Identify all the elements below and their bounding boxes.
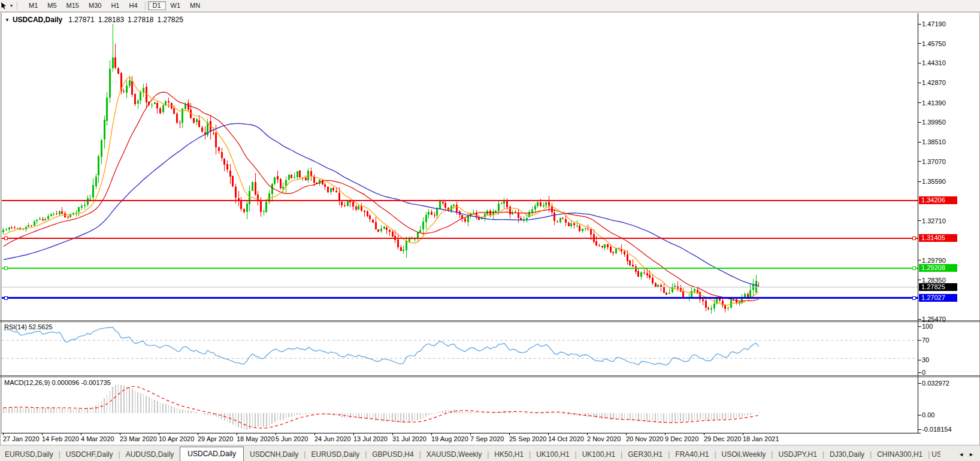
- toolbar-separator: [145, 2, 146, 10]
- rsi-panel-splitter[interactable]: [0, 319, 980, 323]
- tab-scroll-left-icon[interactable]: ◄: [958, 451, 964, 457]
- symbol-period-label: USDCAD,Daily: [13, 16, 62, 24]
- chart-tab-audusd-daily[interactable]: AUDUSD,Daily: [121, 448, 179, 461]
- chart-tab-usdcad-daily[interactable]: USDCAD,Daily: [180, 447, 244, 461]
- timeframe-toolbar: ▾ M1M5M15M30H1H4D1W1MN: [0, 0, 980, 12]
- tab-scroll-controls: ◄ ►: [956, 451, 980, 461]
- date-tick-label: 13 Jul 2020: [353, 435, 388, 442]
- date-tick-label: 25 Sep 2020: [509, 435, 546, 442]
- price-tick-label: 1.47190: [922, 20, 946, 28]
- low-value: 1.27818: [128, 16, 153, 24]
- timeframe-button-m1[interactable]: M1: [24, 1, 43, 10]
- date-tick-label: 31 Jul 2020: [392, 435, 427, 442]
- price-axis[interactable]: 1.471901.457501.443101.428701.413901.399…: [918, 12, 980, 433]
- chart-canvas[interactable]: [0, 12, 980, 444]
- ohlc-values: 1.278711.281831.278181.27825: [68, 16, 187, 24]
- rsi-indicator-label: RSI(14) 52.5625: [4, 323, 53, 330]
- chart-tab-uk100-h1[interactable]: UK100,H1: [531, 448, 574, 461]
- date-tick-label: 23 Mar 2020: [120, 435, 157, 442]
- macd-tick-label: 0.032972: [922, 380, 949, 387]
- chart-tab-usdchf-daily[interactable]: USDCHF,Daily: [61, 448, 118, 461]
- chart-tab-usoil-weekly[interactable]: USOil,Weekly: [717, 448, 771, 461]
- price-badge-1.29208: 1.29208: [919, 264, 957, 272]
- price-tick-label: 1.42870: [922, 79, 946, 86]
- chart-tab-gbpusd-h4[interactable]: GBPUSD,H4: [367, 448, 418, 461]
- date-tick-label: 29 Dec 2020: [704, 435, 741, 442]
- macd-tick-label: 0.00: [922, 411, 934, 418]
- rsi-tick-label: 70: [922, 336, 929, 344]
- open-value: 1.27871: [68, 16, 94, 24]
- chart-tab-ger30-h1[interactable]: GER30,H1: [623, 448, 667, 461]
- timeframe-button-d1[interactable]: D1: [148, 1, 166, 10]
- price-tick-label: 1.45750: [922, 40, 946, 47]
- crosshair-cursor-icon[interactable]: [0, 1, 10, 10]
- date-tick-label: 5 Jun 2020: [276, 435, 308, 442]
- price-badge-1.27825: 1.27825: [919, 283, 957, 291]
- chart-title: ▼USDCAD,Daily1.278711.281831.278181.2782…: [5, 16, 187, 24]
- timeframe-button-m30[interactable]: M30: [84, 1, 106, 10]
- chart-tab-usdcnh-daily[interactable]: USDCNH,Daily: [245, 448, 303, 461]
- date-tick-label: 27 Jan 2020: [3, 435, 40, 442]
- price-tick-label: 1.41390: [922, 99, 946, 107]
- collapse-triangle-icon[interactable]: ▼: [5, 17, 10, 23]
- date-tick-label: 9 Dec 2020: [665, 435, 698, 442]
- chart-tab-truncated[interactable]: US: [930, 448, 940, 461]
- date-tick-label: 20 Nov 2020: [626, 435, 663, 442]
- chart-tab-uk100-h1[interactable]: UK100,H1: [577, 448, 620, 461]
- price-tick-label: 1.29790: [922, 257, 946, 264]
- rsi-line: [4, 327, 759, 365]
- timeframe-button-mn[interactable]: MN: [185, 1, 205, 10]
- timeframe-button-m15[interactable]: M15: [62, 1, 84, 10]
- price-tick-label: 1.32710: [922, 217, 946, 225]
- price-tick-label: 1.37070: [922, 158, 946, 165]
- price-badge-1.31405: 1.31405: [919, 234, 957, 242]
- chart-tab-dj30-daily[interactable]: DJ30,Daily: [825, 448, 869, 461]
- price-tick-label: 1.39950: [922, 119, 946, 126]
- macd-panel-splitter[interactable]: [0, 375, 980, 379]
- date-tick-label: 14 Oct 2020: [548, 435, 584, 442]
- date-tick-label: 2 Nov 2020: [587, 435, 621, 442]
- close-value: 1.27825: [157, 16, 183, 24]
- timeframe-button-h4[interactable]: H4: [124, 1, 142, 10]
- timeframe-button-h1[interactable]: H1: [106, 1, 124, 10]
- date-tick-label: 18 May 2020: [237, 435, 275, 442]
- macd-indicator-label: MACD(12,26,9) 0.000096 -0.001735: [4, 379, 111, 386]
- date-tick-label: 14 Feb 2020: [42, 435, 79, 442]
- date-axis[interactable]: 27 Jan 202014 Feb 20204 Mar 202023 Mar 2…: [0, 433, 918, 444]
- chart-tab-eurusd-daily[interactable]: EURUSD,Daily: [306, 448, 364, 461]
- high-value: 1.28183: [98, 16, 124, 24]
- macd-signal-line: [4, 387, 759, 429]
- price-tick-label: 1.35590: [922, 178, 946, 185]
- price-tick-label: 1.38510: [922, 138, 946, 145]
- chart-tab-bar: EURUSD,Daily|USDCHF,Daily|AUDUSD,DailyUS…: [0, 445, 980, 461]
- price-tick-label: 1.44310: [922, 59, 946, 66]
- chart-tab-china300-h1[interactable]: CHINA300,H1: [872, 448, 927, 461]
- mt4-window: { "toolbar": { "cursor_icon": "crosshair…: [0, 0, 980, 461]
- date-tick-label: 29 Apr 2020: [198, 435, 233, 442]
- date-tick-label: 18 Jan 2021: [743, 435, 779, 442]
- timeframe-button-w1[interactable]: W1: [166, 1, 186, 10]
- date-tick-label: 7 Sep 2020: [470, 435, 504, 442]
- price-badge-1.27027: 1.27027: [919, 294, 957, 302]
- date-tick-label: 10 Apr 2020: [159, 435, 194, 442]
- date-tick-label: 19 Aug 2020: [431, 435, 468, 442]
- chart-tab-eurusd-daily[interactable]: EURUSD,Daily: [0, 448, 58, 461]
- date-tick-label: 24 Jun 2020: [314, 435, 351, 442]
- rsi-tick-label: 100: [922, 323, 933, 330]
- rsi-tick-label: 30: [922, 356, 929, 363]
- toolbar-grip[interactable]: [17, 2, 20, 10]
- timeframe-button-m5[interactable]: M5: [43, 1, 61, 10]
- macd-histogram: [4, 384, 759, 430]
- chevron-down-icon[interactable]: ▾: [10, 3, 13, 8]
- chart-tab-xauusd-weekly[interactable]: XAUUSD,Weekly: [422, 448, 486, 461]
- price-badge-1.34206: 1.34206: [919, 196, 957, 204]
- date-tick-label: 4 Mar 2020: [81, 435, 114, 442]
- chart-tab-usdjpy-h1[interactable]: USDJPY,H1: [773, 448, 821, 461]
- moving-average-lines: [4, 77, 759, 305]
- macd-tick-label: -0.018154: [922, 426, 952, 433]
- chart-tab-fra40-h1[interactable]: FRA40,H1: [670, 448, 713, 461]
- chart-tab-hk50-h1[interactable]: HK50,H1: [489, 448, 528, 461]
- tab-scroll-right-icon[interactable]: ►: [969, 451, 974, 457]
